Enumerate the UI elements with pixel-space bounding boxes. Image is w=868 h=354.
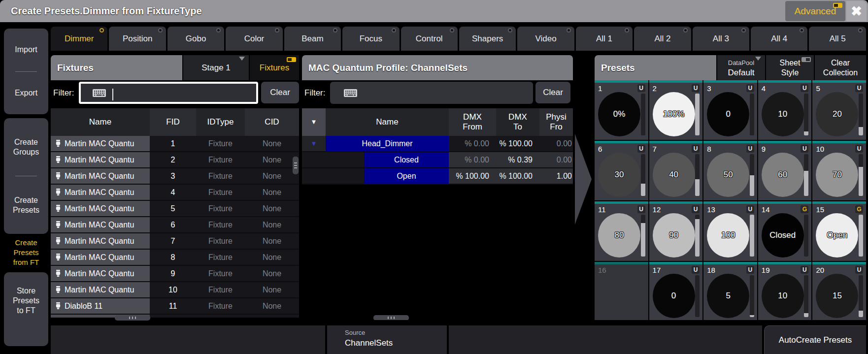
preset-pool-item[interactable]: 9 U 60 bbox=[758, 141, 812, 200]
preset-pool-item[interactable]: 20 U 15 bbox=[812, 262, 866, 320]
preset-pool-item[interactable]: 1 U 0% bbox=[595, 80, 648, 140]
source-selector[interactable]: Source ChannelSets bbox=[327, 325, 447, 354]
preset-label: 15 bbox=[833, 291, 842, 301]
close-button[interactable]: ✖ bbox=[846, 1, 867, 21]
preset-number: 9 bbox=[762, 145, 766, 153]
feature-tab[interactable]: All 5 bbox=[809, 27, 866, 51]
create-presets-button[interactable]: Create Presets bbox=[4, 176, 48, 234]
fixture-row[interactable]: DiabloB 11 11 Fixture None bbox=[51, 298, 299, 315]
tab-stage-1[interactable]: Stage 1 bbox=[183, 55, 249, 80]
preset-pool-item[interactable]: 2 U 100% bbox=[649, 80, 703, 140]
fixture-fid: 8 bbox=[150, 250, 196, 266]
autocreate-presets-button[interactable]: AutoCreate Presets bbox=[764, 325, 866, 354]
channelsets-panel-titlebar[interactable]: MAC Quantum Profile: ChannelSets bbox=[302, 55, 573, 80]
advanced-button[interactable]: Advanced bbox=[785, 1, 845, 21]
preset-pool-item[interactable]: 12 U 90 bbox=[649, 201, 703, 261]
column-header-idtype[interactable]: IDType bbox=[196, 108, 245, 136]
tab-fixtures[interactable]: Fixtures bbox=[250, 55, 299, 80]
feature-tab[interactable]: Focus bbox=[342, 27, 399, 51]
feature-tab[interactable]: Video bbox=[517, 27, 574, 51]
datapool-selector[interactable]: DataPool Default bbox=[717, 55, 765, 80]
preset-level-fill bbox=[695, 179, 700, 196]
feature-tab[interactable]: Gobo bbox=[167, 27, 224, 51]
column-header-physical-from[interactable]: Physi Fro bbox=[539, 108, 573, 136]
fixtures-filter-clear-button[interactable]: Clear bbox=[261, 82, 299, 103]
presets-panel: Presets DataPool Default Sheet Style Cle… bbox=[595, 55, 866, 320]
fixture-row[interactable]: Martin MAC Quantu 1 Fixture None bbox=[51, 136, 299, 152]
preset-pool-item[interactable]: 3 U 0 bbox=[703, 80, 757, 140]
preset-pool-item[interactable]: 18 U 5 bbox=[703, 262, 757, 320]
store-presets-to-ft-button[interactable]: Store Presets to FT bbox=[4, 272, 48, 346]
feature-tab[interactable]: All 2 bbox=[634, 27, 691, 51]
create-presets-from-ft-button[interactable]: Create Presets from FT bbox=[4, 235, 48, 270]
preset-pool-item[interactable]: 15 G Open bbox=[812, 201, 866, 261]
create-groups-button[interactable]: Create Groups bbox=[4, 118, 48, 176]
channelset-row[interactable]: Closed % 0.00 % 0.39 0.00 bbox=[302, 152, 573, 168]
preset-pool-item[interactable]: 14 G Closed bbox=[758, 201, 812, 261]
preset-pool-item[interactable]: 17 U 0 bbox=[649, 262, 703, 320]
column-header-name[interactable]: Name bbox=[51, 108, 150, 136]
feature-tab[interactable]: Shapers bbox=[459, 27, 516, 51]
fixture-row[interactable]: Martin MAC Quantu 3 Fixture None bbox=[51, 168, 299, 185]
clear-collection-button[interactable]: Clear Collection bbox=[815, 55, 866, 80]
fixture-icon bbox=[55, 270, 62, 277]
fixture-row[interactable]: Martin MAC Quantu 2 Fixture None bbox=[51, 152, 299, 168]
import-button[interactable]: Import bbox=[4, 29, 48, 71]
feature-tab[interactable]: All 3 bbox=[693, 27, 749, 51]
column-header-dmx-to[interactable]: DMX To bbox=[496, 108, 539, 136]
preset-pool-item[interactable]: 16 bbox=[595, 262, 648, 320]
fixture-idtype: Fixture bbox=[196, 298, 245, 315]
preset-level-fill bbox=[641, 184, 645, 196]
feature-tab[interactable]: Position bbox=[109, 27, 166, 51]
feature-tab[interactable]: All 4 bbox=[751, 27, 807, 51]
fixture-row[interactable]: Martin MAC Quantu 6 Fixture None bbox=[51, 217, 299, 233]
create-presets-window: Create Presets.Dimmer from FixtureType A… bbox=[0, 0, 868, 354]
fixture-row[interactable] bbox=[51, 315, 299, 318]
channelsets-filter-clear-button[interactable]: Clear bbox=[535, 82, 570, 103]
feature-tab[interactable]: Dimmer bbox=[51, 27, 107, 51]
fixture-row[interactable]: Martin MAC Quantu 10 Fixture None bbox=[51, 282, 299, 298]
fixtures-panel-titlebar[interactable]: Fixtures bbox=[51, 55, 182, 80]
preset-pool-item[interactable]: 19 U 10 bbox=[758, 262, 812, 320]
channelset-row[interactable]: Open % 100.00 % 100.00 1.00 bbox=[302, 168, 573, 185]
preset-dimmer-circle: 10 bbox=[762, 92, 804, 136]
preset-scope-badge: U bbox=[692, 205, 700, 213]
horizontal-scrollbar-grip[interactable] bbox=[373, 315, 409, 320]
column-header-fid[interactable]: FID bbox=[150, 108, 196, 136]
preset-pool-item[interactable]: 5 U 20 bbox=[812, 80, 866, 140]
fixture-row[interactable]: Martin MAC Quantu 7 Fixture None bbox=[51, 233, 299, 250]
feature-tab[interactable]: Control bbox=[401, 27, 458, 51]
fixture-row[interactable]: Martin MAC Quantu 4 Fixture None bbox=[51, 185, 299, 201]
row-expander-cell[interactable] bbox=[302, 152, 326, 168]
sheet-style-button[interactable]: Sheet Style bbox=[766, 55, 814, 80]
feature-tab[interactable]: Color bbox=[226, 27, 282, 51]
preset-pool-item[interactable]: 4 U 10 bbox=[758, 80, 812, 140]
preset-pool-item[interactable]: 6 U 30 bbox=[595, 141, 648, 200]
fixtures-filter-input[interactable] bbox=[79, 82, 258, 104]
preset-pool-item[interactable]: 11 U 80 bbox=[595, 201, 648, 261]
preset-pool-item[interactable]: 13 U 100 bbox=[703, 201, 757, 261]
preset-level-fader bbox=[750, 94, 754, 135]
channelsets-filter-input[interactable] bbox=[330, 82, 533, 104]
vertical-scrollbar-grip[interactable] bbox=[293, 157, 299, 174]
preset-pool-item[interactable]: 10 U 70 bbox=[812, 141, 866, 200]
column-header-expander[interactable]: ▼ bbox=[302, 108, 326, 136]
fixture-row[interactable]: Martin MAC Quantu 5 Fixture None bbox=[51, 201, 299, 217]
preset-pool-item[interactable]: 8 U 50 bbox=[703, 141, 757, 200]
fixture-row[interactable]: Martin MAC Quantu 9 Fixture None bbox=[51, 266, 299, 282]
feature-tab[interactable]: Beam bbox=[284, 27, 341, 51]
row-expander-cell[interactable]: ▼ bbox=[302, 136, 326, 152]
column-header-cid[interactable]: CID bbox=[245, 108, 299, 136]
preset-pool-item[interactable]: 7 U 40 bbox=[649, 141, 703, 200]
row-expander-cell[interactable] bbox=[302, 168, 326, 185]
export-button[interactable]: Export bbox=[4, 72, 48, 115]
tab-state-dot bbox=[625, 28, 629, 32]
channelset-row[interactable]: ▼ Head_Dimmer % 0.00 % 100.00 0.00 bbox=[302, 136, 573, 152]
horizontal-scrollbar-grip[interactable] bbox=[115, 315, 150, 321]
channelset-name-cell: Head_Dimmer bbox=[326, 136, 449, 152]
presets-panel-titlebar[interactable]: Presets bbox=[595, 55, 716, 80]
fixture-row[interactable]: Martin MAC Quantu 8 Fixture None bbox=[51, 250, 299, 266]
column-header-name[interactable]: Name bbox=[326, 108, 449, 136]
feature-tab[interactable]: All 1 bbox=[576, 27, 633, 51]
column-header-dmx-from[interactable]: DMX From bbox=[449, 108, 496, 136]
